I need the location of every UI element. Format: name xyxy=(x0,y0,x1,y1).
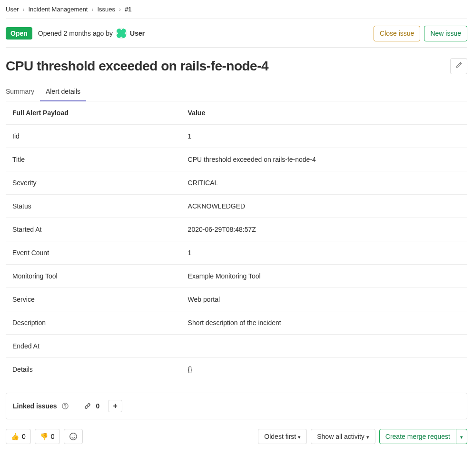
table-cell-value: {} xyxy=(181,357,467,381)
thumbs-up-icon: 👍 xyxy=(11,433,19,440)
table-row: Details{} xyxy=(6,357,467,381)
table-row: Event Count1 xyxy=(6,241,467,264)
table-cell-value: 1 xyxy=(181,241,467,264)
chevron-right-icon: › xyxy=(91,6,93,13)
tab-summary[interactable]: Summary xyxy=(6,83,34,101)
chevron-down-icon: ▾ xyxy=(298,434,301,440)
linked-issues-count: 0 xyxy=(96,402,100,410)
page-title: CPU threshold exceeded on rails-fe-node-… xyxy=(6,59,268,74)
breadcrumb: User › Incident Management › Issues › #1 xyxy=(6,6,467,13)
table-cell-value: Example Monitoring Tool xyxy=(181,264,467,288)
table-cell-value: Web portal xyxy=(181,288,467,311)
help-icon[interactable] xyxy=(62,403,69,409)
thumbs-down-button[interactable]: 👎 0 xyxy=(35,429,60,444)
create-merge-request-button[interactable]: Create merge request xyxy=(379,429,456,445)
edit-title-button[interactable] xyxy=(450,58,467,74)
table-cell-key: Title xyxy=(6,148,181,171)
divider xyxy=(6,19,467,19)
table-cell-key: Event Count xyxy=(6,241,181,264)
thumbs-up-button[interactable]: 👍 0 xyxy=(6,429,31,444)
thumbs-up-count: 0 xyxy=(22,433,26,440)
table-cell-value: CPU threshold exceeded on rails-fe-node-… xyxy=(181,148,467,171)
author-name[interactable]: User xyxy=(130,30,145,37)
breadcrumb-item[interactable]: Incident Management xyxy=(28,6,88,13)
chevron-right-icon: › xyxy=(119,6,121,13)
opened-text: Opened 2 months ago by xyxy=(38,30,113,37)
table-cell-value: CRITICAL xyxy=(181,171,467,194)
table-row: TitleCPU threshold exceeded on rails-fe-… xyxy=(6,148,467,171)
svg-point-1 xyxy=(65,407,65,407)
add-linked-issue-button[interactable]: + xyxy=(108,400,122,412)
status-badge: Open xyxy=(6,27,32,40)
table-cell-value: ACKNOWLEDGED xyxy=(181,194,467,218)
table-row: SeverityCRITICAL xyxy=(6,171,467,194)
tab-alert-details[interactable]: Alert details xyxy=(46,83,80,101)
activity-filter-dropdown[interactable]: Show all activity▾ xyxy=(311,429,375,445)
avatar[interactable] xyxy=(116,28,127,39)
table-row: ServiceWeb portal xyxy=(6,288,467,311)
pencil-icon xyxy=(455,61,463,69)
table-row: Monitoring ToolExample Monitoring Tool xyxy=(6,264,467,288)
table-cell-key: Iid xyxy=(6,124,181,148)
table-row: Iid1 xyxy=(6,124,467,148)
table-header-value: Value xyxy=(181,101,467,125)
sort-dropdown[interactable]: Oldest first▾ xyxy=(258,429,307,445)
table-row: StatusACKNOWLEDGED xyxy=(6,194,467,218)
link-icon xyxy=(84,402,91,410)
chevron-down-icon: ▾ xyxy=(460,434,463,440)
linked-issues-panel: Linked issues 0 + xyxy=(6,393,467,419)
add-reaction-button[interactable] xyxy=(64,429,83,444)
divider xyxy=(6,47,467,48)
table-cell-value xyxy=(181,334,467,357)
breadcrumb-item-current: #1 xyxy=(125,6,131,13)
new-issue-button[interactable]: New issue xyxy=(424,26,467,41)
table-cell-key: Severity xyxy=(6,171,181,194)
table-cell-value: Short description of the incident xyxy=(181,311,467,334)
table-cell-key: Description xyxy=(6,311,181,334)
svg-point-3 xyxy=(71,436,72,436)
linked-issues-title: Linked issues xyxy=(13,402,57,410)
smile-icon xyxy=(69,432,78,441)
svg-point-4 xyxy=(74,436,75,436)
table-cell-key: Monitoring Tool xyxy=(6,264,181,288)
create-merge-request-dropdown[interactable]: ▾ xyxy=(456,429,467,445)
table-row: Ended At xyxy=(6,334,467,357)
table-row: DescriptionShort description of the inci… xyxy=(6,311,467,334)
table-header-key: Full Alert Payload xyxy=(6,101,181,125)
table-cell-value: 1 xyxy=(181,124,467,148)
breadcrumb-item[interactable]: User xyxy=(6,6,19,13)
table-cell-key: Service xyxy=(6,288,181,311)
table-row: Started At2020-06-29T08:48:57Z xyxy=(6,218,467,241)
tabs: Summary Alert details xyxy=(6,83,467,101)
breadcrumb-item[interactable]: Issues xyxy=(97,6,115,13)
table-cell-value: 2020-06-29T08:48:57Z xyxy=(181,218,467,241)
table-cell-key: Started At xyxy=(6,218,181,241)
svg-point-2 xyxy=(69,433,76,440)
close-issue-button[interactable]: Close issue xyxy=(374,26,420,41)
chevron-right-icon: › xyxy=(22,6,24,13)
thumbs-down-count: 0 xyxy=(51,433,55,440)
table-cell-key: Details xyxy=(6,357,181,381)
alert-payload-table: Full Alert Payload Value Iid1TitleCPU th… xyxy=(6,101,467,381)
table-cell-key: Ended At xyxy=(6,334,181,357)
table-cell-key: Status xyxy=(6,194,181,218)
chevron-down-icon: ▾ xyxy=(366,434,369,440)
thumbs-down-icon: 👎 xyxy=(40,433,48,440)
